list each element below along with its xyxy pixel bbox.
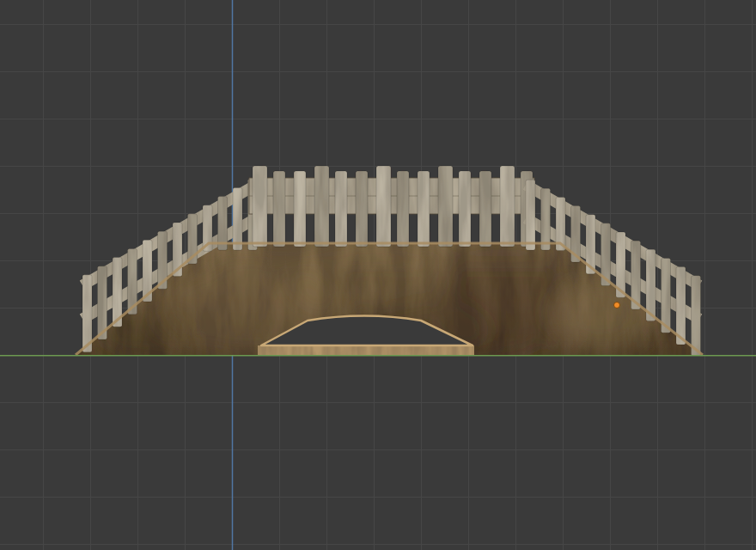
fence-picket — [526, 180, 535, 250]
bridge-base-beam — [258, 345, 474, 355]
fence-picket — [500, 166, 515, 247]
fence-picket — [335, 171, 347, 247]
fence-picket — [418, 171, 430, 247]
viewport-canvas[interactable] — [0, 0, 756, 550]
fence-picket — [273, 171, 285, 247]
fence-picket — [294, 171, 306, 247]
fence-picket — [459, 171, 471, 247]
fence-picket — [356, 171, 368, 247]
fence-picket — [376, 166, 391, 247]
fence-picket — [676, 267, 686, 345]
fence-picket — [662, 258, 671, 333]
fence-picket — [479, 171, 491, 247]
scene-markers — [614, 302, 620, 309]
viewport[interactable] — [0, 0, 756, 550]
fence-picket — [82, 275, 92, 352]
fence-picket — [233, 187, 242, 250]
object-origin-marker — [614, 302, 620, 309]
fence-picket — [692, 276, 701, 356]
fence-picket — [397, 171, 409, 247]
fence-picket — [438, 166, 453, 247]
fence-picket — [541, 188, 551, 250]
fence-picket — [253, 166, 267, 247]
fence-picket — [314, 166, 329, 247]
